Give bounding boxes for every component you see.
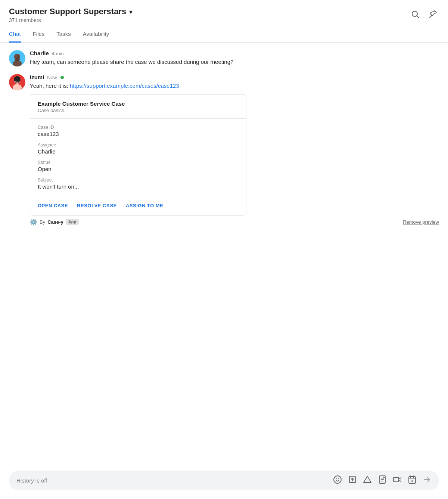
tabs: Chat Files Tasks Availability [0,27,448,43]
avatar-charlie [9,50,25,66]
svg-point-35 [411,480,413,482]
message-charlie: Charlie 4 min Hey team, can someone plea… [9,50,439,66]
case-field-subject: Subject It won't turn on... [38,177,239,190]
subject-value: It won't turn on... [38,183,239,190]
online-indicator [60,76,64,79]
emoji-button[interactable] [333,475,342,486]
toolbar-icons [333,475,432,486]
svg-point-22 [338,478,339,479]
case-field-status: Status Open [38,160,239,172]
case-field-assignee: Assignee Charlie [38,142,239,155]
assignee-label: Assignee [38,142,239,148]
app-badge: App [66,219,79,225]
tab-tasks[interactable]: Tasks [56,27,71,43]
header-title: Customer Support Superstars ▾ [9,7,133,16]
tab-files[interactable]: Files [33,27,45,43]
message-prefix: Yeah, here it is: [30,83,70,89]
svg-point-7 [14,54,20,60]
svg-point-8 [16,57,16,58]
message-time-izumi: Now [47,75,57,80]
assignee-value: Charlie [38,148,239,155]
svg-point-9 [18,57,19,58]
docs-button[interactable] [378,475,387,486]
bottom-bar: History is off [9,471,439,490]
send-button[interactable] [423,475,432,486]
upload-button[interactable] [348,475,357,486]
case-card: Example Customer Service Case Case basic… [30,94,246,216]
message-text-izumi: Yeah, here it is: https://support.exampl… [30,82,439,90]
search-button[interactable] [409,8,421,22]
chat-area: Charlie 4 min Hey team, can someone plea… [0,43,448,465]
message-header-charlie: Charlie 4 min [30,50,439,56]
svg-marker-24 [364,476,371,483]
message-content-charlie: Charlie 4 min Hey team, can someone plea… [30,50,439,66]
svg-point-18 [16,81,16,82]
resolve-case-button[interactable]: RESOLVE CASE [77,201,117,210]
case-id-value: case123 [38,131,239,137]
message-izumi: Izumi Now Yeah, here it is: https://supp… [9,74,439,226]
svg-point-21 [336,478,337,479]
open-case-button[interactable]: OPEN CASE [38,201,68,210]
status-label: Status [38,160,239,165]
status-value: Open [38,166,239,172]
case-card-title: Example Customer Service Case [38,100,239,107]
remove-preview-button[interactable]: Remove preview [403,219,439,225]
svg-rect-14 [14,79,21,81]
message-content-izumi: Izumi Now Yeah, here it is: https://supp… [30,74,439,226]
case-card-actions: OPEN CASE RESOLVE CASE ASSIGN TO ME [30,196,246,215]
message-text-charlie: Hey team, can someone please share the c… [30,58,439,66]
sender-name-charlie: Charlie [30,50,49,56]
header-actions [409,7,439,22]
meet-button[interactable] [393,475,402,486]
history-status: History is off [16,477,330,484]
tab-chat[interactable]: Chat [9,27,21,43]
case-link[interactable]: https://support.example.com/cases/case12… [70,83,179,89]
subject-label: Subject [38,177,239,183]
message-header-izumi: Izumi Now [30,74,439,80]
svg-rect-31 [409,477,416,483]
svg-line-2 [430,15,432,18]
workspace-name: Customer Support Superstars [9,7,126,16]
svg-line-1 [417,16,419,18]
svg-point-20 [334,476,341,483]
app-attribution: ⚙️ By Case-y App Remove preview [30,218,439,226]
header: Customer Support Superstars ▾ 371 member… [0,0,448,23]
attribution-by: By [40,219,45,225]
case-card-header: Example Customer Service Case Case basic… [30,94,246,119]
sender-name-izumi: Izumi [30,74,44,80]
case-id-label: Case ID [38,125,239,130]
header-left: Customer Support Superstars ▾ 371 member… [9,7,133,23]
casey-logo-icon: ⚙️ [30,218,37,226]
avatar-izumi [9,74,25,90]
svg-rect-30 [393,477,399,482]
chevron-down-icon[interactable]: ▾ [129,8,133,16]
calendar-button[interactable] [408,475,417,486]
assign-to-me-button[interactable]: ASSIGN TO ME [126,201,163,210]
svg-point-19 [18,81,19,82]
case-field-id: Case ID case123 [38,125,239,137]
case-card-body: Case ID case123 Assignee Charlie Status … [30,119,246,196]
members-count: 371 members [9,17,133,23]
pin-button[interactable] [427,8,439,22]
app-name: Case-y [47,219,63,225]
tab-availability[interactable]: Availability [83,27,109,43]
message-time-charlie: 4 min [52,51,64,56]
drive-button[interactable] [363,475,372,486]
case-card-subtitle: Case basics [38,108,239,113]
